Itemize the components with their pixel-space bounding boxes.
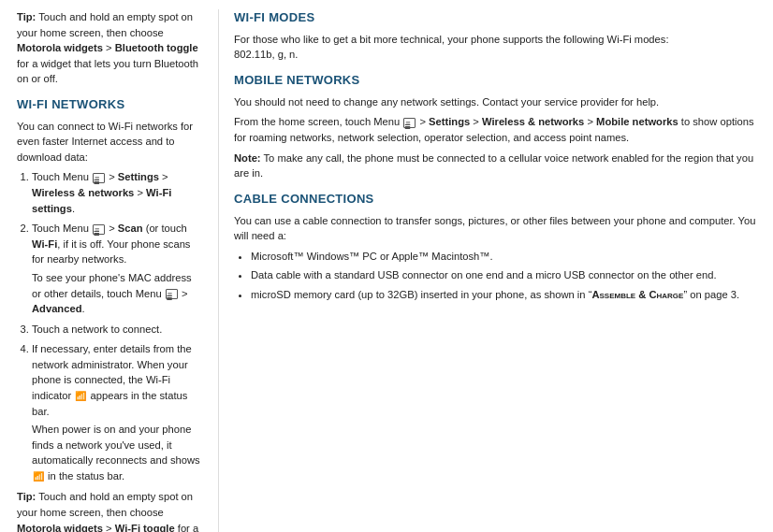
right-column: WI-FI MODES For those who like to get a … <box>218 9 756 532</box>
wifi-steps: Touch Menu ≡ > Settings > Wireless & net… <box>17 169 203 483</box>
note-label: Note: <box>234 152 261 164</box>
tip-bluetooth-bold1: Motorola widgets <box>17 42 103 53</box>
wifi-networks-intro: You can connect to Wi-Fi networks for ev… <box>17 119 203 165</box>
cable-item-3: microSD memory card (up to 32GB) inserte… <box>251 287 756 303</box>
wifi-modes-heading: WI-FI MODES <box>234 9 756 27</box>
tip-bluetooth-bold2: Bluetooth toggle <box>115 42 198 53</box>
tip-bluetooth-text: Touch and hold an empty spot on your hom… <box>17 11 193 38</box>
menu-icon-2: ≡ <box>93 224 105 235</box>
tip-bluetooth: Tip: Touch and hold an empty spot on you… <box>17 9 203 87</box>
content-area: Tip: Touch and hold an empty spot on you… <box>0 0 773 532</box>
mobile-networks-heading: MOBILE NETWORKS <box>234 72 756 90</box>
page: Tip: Touch and hold an empty spot on you… <box>0 0 773 532</box>
cable-connections-heading: CABLE CONNECTIONS <box>234 191 756 208</box>
cable-item-1: Microsoft™ Windows™ PC or Apple™ Macinto… <box>251 249 756 265</box>
assemble-charge-ref: Assemble & Charge <box>591 289 683 300</box>
tip-wifi-bold2: Wi-Fi toggle <box>115 523 175 532</box>
menu-icon-1: ≡ <box>93 173 105 183</box>
wifi-icon-2: 📶 <box>33 470 44 484</box>
wifi-networks-heading: WI-FI NETWORKS <box>17 96 203 114</box>
step-1: Touch Menu ≡ > Settings > Wireless & net… <box>32 169 203 216</box>
mobile-note: Note: To make any call, the phone must b… <box>234 151 756 181</box>
wifi-modes-text: For those who like to get a bit more tec… <box>234 32 756 63</box>
step-2-sub: To see your phone's MAC address or other… <box>32 270 203 317</box>
cable-item-2: Data cable with a standard USB connector… <box>251 267 756 283</box>
wifi-icon: 📶 <box>75 390 86 404</box>
tip-label: Tip: <box>17 11 36 22</box>
step-3: Touch a network to connect. <box>32 322 203 338</box>
cable-intro: You can use a cable connection to transf… <box>234 213 756 244</box>
menu-icon-4: ≡ <box>403 118 416 128</box>
step-4-sub: When power is on and your phone finds a … <box>32 422 203 483</box>
step-2: Touch Menu ≡ > Scan (or touch Wi-Fi, if … <box>32 221 203 316</box>
cable-list: Microsoft™ Windows™ PC or Apple™ Macinto… <box>234 249 756 303</box>
menu-icon-3: ≡ <box>166 289 178 299</box>
step-4: If necessary, enter details from the net… <box>32 341 203 483</box>
tip-wifi: Tip: Touch and hold an empty spot on you… <box>17 489 203 532</box>
tip-wifi-label: Tip: <box>17 491 36 502</box>
mobile-networks-p2: From the home screen, touch Menu ≡ > Set… <box>234 114 756 145</box>
mobile-networks-p1: You should not need to change any networ… <box>234 94 756 110</box>
tip-wifi-bold1: Motorola widgets <box>17 523 103 532</box>
left-column: Tip: Touch and hold an empty spot on you… <box>17 9 218 532</box>
